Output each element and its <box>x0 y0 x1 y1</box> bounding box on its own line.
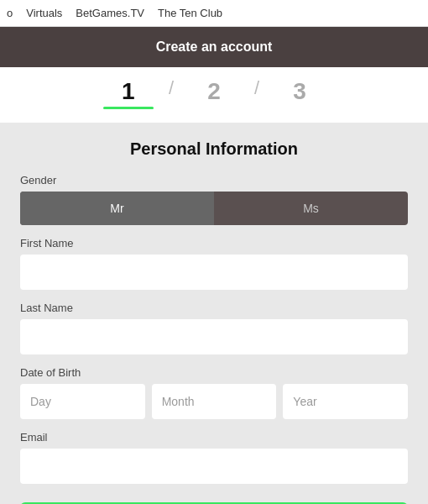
dob-row: Day Month Year <box>20 384 408 419</box>
create-account-header: Create an account <box>0 27 428 67</box>
nav-item-betgames[interactable]: BetGames.TV <box>76 7 144 19</box>
email-label: Email <box>20 431 408 444</box>
steps-bar: 1 / 2 / 3 <box>0 67 428 111</box>
dob-label: Date of Birth <box>20 366 408 379</box>
gender-option-mr[interactable]: Mr <box>20 192 214 225</box>
steps-bar-bg <box>0 111 428 123</box>
nav-item-0[interactable]: o <box>7 7 13 19</box>
top-nav: o Virtuals BetGames.TV The Ten Club <box>0 0 428 27</box>
first-name-label: First Name <box>20 237 408 249</box>
dob-year-select[interactable]: Year <box>283 384 408 419</box>
last-name-input[interactable] <box>20 319 408 354</box>
separator-2: / <box>254 77 259 111</box>
create-account-title: Create an account <box>156 39 273 55</box>
section-title: Personal Information <box>20 139 408 159</box>
form-section: Personal Information Gender Mr Ms First … <box>0 123 428 504</box>
email-input[interactable] <box>20 449 408 484</box>
gender-label: Gender <box>20 174 408 186</box>
step-2-number: 2 <box>207 80 221 103</box>
step-3-number: 3 <box>293 80 306 103</box>
step-1-number: 1 <box>122 80 135 103</box>
step-2: 2 <box>189 80 239 109</box>
step-3: 3 <box>274 80 325 109</box>
dob-day-select[interactable]: Day <box>20 384 145 419</box>
separator-1: / <box>169 77 174 111</box>
last-name-label: Last Name <box>20 302 408 314</box>
gender-option-ms[interactable]: Ms <box>214 192 408 225</box>
dob-month-select[interactable]: Month <box>152 384 277 419</box>
gender-toggle: Mr Ms <box>20 192 408 225</box>
step-1: 1 <box>103 80 154 109</box>
nav-item-tenclub[interactable]: The Ten Club <box>158 7 222 19</box>
first-name-input[interactable] <box>20 255 408 290</box>
step-1-underline <box>103 107 154 109</box>
nav-item-virtuals[interactable]: Virtuals <box>26 7 62 19</box>
